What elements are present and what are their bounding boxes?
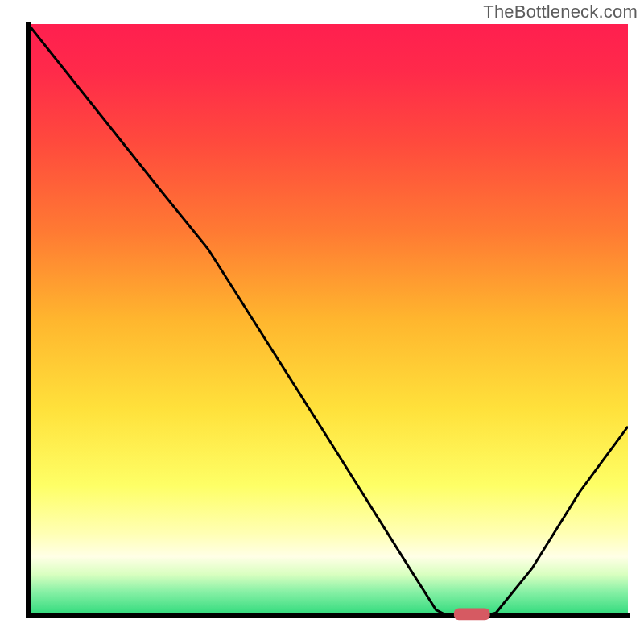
bottleneck-chart [0, 0, 644, 644]
chart-container: TheBottleneck.com [0, 0, 644, 644]
optimal-marker [454, 609, 490, 621]
watermark-text: TheBottleneck.com [483, 2, 638, 23]
plot-background [28, 24, 628, 616]
